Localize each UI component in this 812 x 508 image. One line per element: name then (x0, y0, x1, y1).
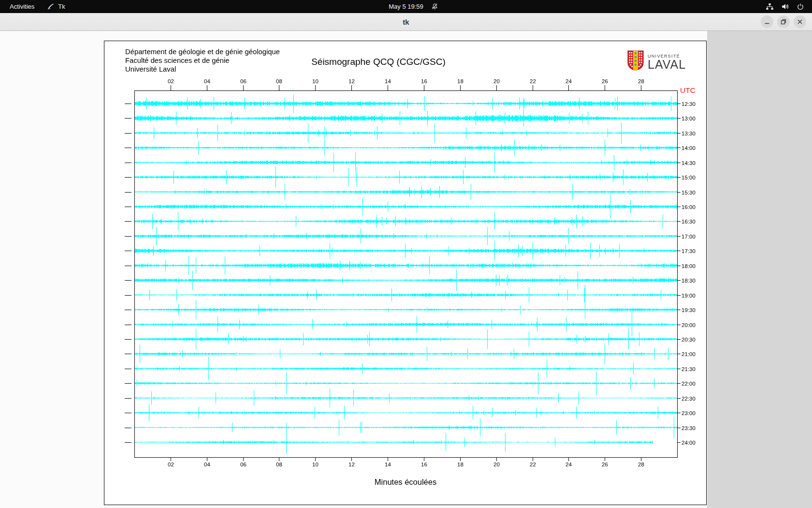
institution-line-3: Université Laval (125, 65, 280, 74)
utc-time-label: 23:30 (682, 425, 696, 431)
utc-time-label: 18:00 (682, 263, 696, 269)
x-tick-label-top: 16 (421, 78, 427, 84)
x-tick-label-top: 20 (493, 78, 500, 84)
utc-time-label: 22:30 (682, 396, 696, 402)
close-icon (795, 16, 805, 27)
x-tick-label-top: 06 (240, 78, 246, 84)
utc-time-label: 23:00 (682, 410, 696, 416)
utc-axis-label: UTC (680, 86, 696, 95)
utc-time-label: 20:30 (682, 337, 696, 343)
x-tick-label-top: 02 (168, 78, 174, 84)
x-tick-label-top: 10 (312, 78, 319, 84)
institution-line-1: Département de géologie et de génie géol… (125, 47, 280, 56)
x-tick-label-bottom: 12 (348, 462, 355, 467)
utc-time-label: 13:30 (682, 131, 696, 136)
minimize-button[interactable] (761, 15, 773, 28)
x-tick-label-bottom: 08 (276, 462, 282, 467)
system-status-area[interactable] (766, 0, 804, 13)
x-tick-label-bottom: 04 (204, 462, 210, 467)
x-tick-label-top: 18 (457, 78, 464, 84)
x-tick-label-bottom: 06 (240, 462, 246, 467)
x-axis-title: Minutes écoulées (375, 478, 436, 487)
power-icon (797, 3, 804, 11)
x-tick-label-bottom: 22 (530, 462, 536, 467)
x-tick-label-top: 26 (602, 78, 608, 84)
utc-time-label: 22:00 (682, 381, 696, 387)
x-tick-label-bottom: 10 (312, 462, 319, 467)
utc-time-label: 13:00 (682, 116, 696, 121)
activities-button[interactable]: Activities (9, 3, 35, 10)
utc-time-label: 15:30 (682, 190, 696, 195)
restore-button[interactable] (777, 15, 790, 28)
x-tick-label-top: 04 (204, 78, 210, 84)
x-tick-label-top: 22 (530, 78, 536, 84)
x-tick-label-bottom: 28 (638, 462, 644, 467)
plot-labels-layer: 0202040406060808101012121414161618182020… (104, 41, 706, 505)
utc-time-label: 21:00 (682, 351, 696, 357)
seismograph-canvas-widget: 0202040406060808101012121414161618182020… (104, 41, 707, 505)
utc-time-label: 14:30 (682, 160, 696, 166)
x-tick-label-top: 08 (276, 78, 282, 84)
app-menu[interactable]: Tk (47, 3, 65, 11)
x-tick-label-top: 24 (566, 78, 572, 84)
utc-time-label: 18:30 (682, 278, 696, 284)
utc-time-label: 16:30 (682, 219, 696, 224)
window-titlebar[interactable]: tk (0, 13, 812, 31)
minimize-icon (762, 16, 772, 27)
x-tick-label-bottom: 26 (602, 462, 608, 467)
universite-laval-logo: UNIVERSITÉ LAVAL (627, 50, 686, 71)
utc-time-label: 16:00 (682, 204, 696, 210)
network-wired-icon (766, 2, 774, 11)
x-tick-label-bottom: 20 (493, 462, 500, 467)
utc-time-label: 17:00 (682, 234, 696, 239)
x-tick-label-top: 12 (348, 78, 355, 84)
logo-wordmark-bottom: LAVAL (648, 59, 686, 71)
bell-slash-icon (431, 3, 438, 12)
x-tick-label-bottom: 16 (421, 462, 427, 467)
utc-time-label: 14:00 (682, 145, 696, 151)
utc-time-label: 21:30 (682, 366, 696, 372)
utc-time-label: 15:00 (682, 175, 696, 180)
institution-line-2: Faculté des sciences et de génie (125, 56, 280, 65)
gnome-top-bar: Activities Tk May 5 19:59 (0, 0, 812, 13)
app-menu-label: Tk (58, 3, 65, 10)
institution-block: Département de géologie et de génie géol… (125, 47, 280, 74)
laval-shield-icon (627, 50, 644, 71)
close-button[interactable] (794, 15, 806, 28)
x-tick-label-bottom: 18 (457, 462, 464, 467)
x-tick-label-bottom: 14 (385, 462, 391, 467)
utc-time-label: 12:30 (682, 101, 696, 107)
window-background-gutter (707, 31, 812, 508)
window-title: tk (0, 13, 812, 30)
window-content: 0202040406060808101012121414161618182020… (0, 31, 812, 508)
utc-time-label: 20:00 (682, 322, 696, 328)
x-tick-label-bottom: 02 (168, 462, 174, 467)
restore-icon (778, 16, 789, 27)
clock-button[interactable]: May 5 19:59 (389, 0, 423, 13)
tk-feather-icon (47, 3, 55, 11)
plot-title: Séismographe QCQ (CGC/GSC) (311, 57, 446, 67)
x-tick-label-bottom: 24 (566, 462, 572, 467)
x-tick-label-top: 28 (638, 78, 644, 84)
volume-icon (781, 2, 789, 11)
x-tick-label-top: 14 (385, 78, 391, 84)
utc-time-label: 24:00 (682, 440, 696, 446)
desktop: Activities Tk May 5 19:59 (0, 0, 812, 508)
utc-time-label: 19:00 (682, 293, 696, 299)
utc-time-label: 17:30 (682, 248, 696, 254)
utc-time-label: 19:30 (682, 307, 696, 313)
